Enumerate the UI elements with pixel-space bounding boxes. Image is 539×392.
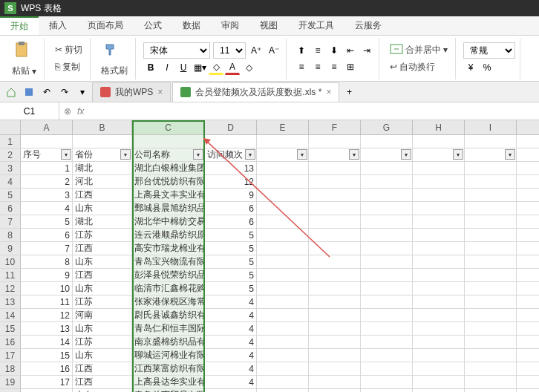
filter-dropdown-icon[interactable]: ▾ xyxy=(245,149,255,160)
cell[interactable] xyxy=(257,202,309,215)
cell[interactable]: 江苏 xyxy=(73,295,132,308)
cell[interactable] xyxy=(413,389,465,392)
cell[interactable] xyxy=(413,189,465,201)
cell[interactable] xyxy=(361,135,413,148)
cell[interactable] xyxy=(413,295,465,308)
cell[interactable] xyxy=(309,215,361,228)
cell[interactable] xyxy=(21,135,73,148)
cell[interactable] xyxy=(361,322,413,335)
cell[interactable] xyxy=(465,202,517,215)
align-top-icon[interactable]: ⬆ xyxy=(294,43,309,58)
row-header[interactable]: 18 xyxy=(0,362,21,375)
cell[interactable] xyxy=(465,229,517,241)
cell[interactable] xyxy=(465,389,517,392)
cell[interactable] xyxy=(361,349,413,362)
cell[interactable]: 张家港保税区海常 xyxy=(132,295,205,308)
cell[interactable] xyxy=(413,282,465,295)
fx-cancel-icon[interactable]: ⊗ xyxy=(64,106,71,117)
cell[interactable] xyxy=(257,309,309,321)
cell[interactable]: 6 xyxy=(205,202,257,215)
cell[interactable] xyxy=(413,309,465,321)
cell[interactable] xyxy=(465,376,517,388)
cell[interactable]: 鄄城县晨旭纺织品 xyxy=(132,202,205,215)
cell[interactable] xyxy=(257,362,309,375)
row-header[interactable]: 12 xyxy=(0,282,21,295)
cell[interactable] xyxy=(257,162,309,174)
cell[interactable]: 9 xyxy=(205,189,257,201)
format-painter-label[interactable]: 格式刷 xyxy=(98,63,131,79)
cell[interactable]: ▾ xyxy=(361,148,413,161)
cell[interactable]: 4 xyxy=(21,202,73,215)
cell[interactable]: 青岛仁和恒丰国际 xyxy=(132,322,205,335)
cell[interactable]: 江西 xyxy=(73,269,132,281)
cell[interactable]: 5 xyxy=(205,255,257,268)
cell[interactable]: 江西 xyxy=(73,362,132,375)
row-header[interactable]: 5 xyxy=(0,189,21,201)
cell[interactable] xyxy=(361,189,413,201)
cell[interactable] xyxy=(309,336,361,348)
redo-icon[interactable]: ↷ xyxy=(56,84,73,100)
cell[interactable] xyxy=(309,202,361,215)
row-header[interactable]: 13 xyxy=(0,295,21,308)
cell[interactable] xyxy=(465,189,517,201)
row-header[interactable]: 4 xyxy=(0,175,21,188)
cell[interactable] xyxy=(413,215,465,228)
cell[interactable] xyxy=(413,255,465,268)
cell[interactable] xyxy=(361,376,413,388)
cell[interactable]: 湖北华中棉纺交易 xyxy=(132,215,205,228)
filter-dropdown-icon[interactable]: ▾ xyxy=(453,149,463,160)
cell[interactable]: 江苏 xyxy=(73,229,132,241)
menu-视图[interactable]: 视图 xyxy=(249,16,288,35)
decrease-font-icon[interactable]: A⁻ xyxy=(267,43,281,58)
cell[interactable]: 山东 xyxy=(73,389,132,392)
cell[interactable]: 14 xyxy=(21,336,73,348)
cell[interactable] xyxy=(413,175,465,188)
cell[interactable]: 高安市瑞龙棉业有 xyxy=(132,242,205,255)
cell[interactable] xyxy=(465,295,517,308)
merge-split-icon[interactable]: ⊞ xyxy=(343,59,358,74)
home-icon[interactable] xyxy=(3,84,19,100)
cell[interactable]: 9 xyxy=(21,269,73,281)
cell[interactable]: 尉氏县诚鑫纺织有 xyxy=(132,309,205,321)
align-middle-icon[interactable]: ≡ xyxy=(310,43,325,58)
cell[interactable]: 临清市汇鑫棉花购 xyxy=(132,282,205,295)
fx-icon[interactable]: fx xyxy=(77,106,84,117)
cell[interactable]: 江西 xyxy=(73,242,132,255)
cell[interactable]: 彭泽县悦荣纺织品 xyxy=(132,269,205,281)
cell[interactable]: 6 xyxy=(21,229,73,241)
cell[interactable]: 邢台优悦纺织有限 xyxy=(132,175,205,188)
row-header[interactable]: 20 xyxy=(0,389,21,392)
tab-document[interactable]: 会员登陆频次及活跃度数据.xls * × xyxy=(172,82,339,102)
cell[interactable] xyxy=(309,309,361,321)
cell[interactable] xyxy=(465,175,517,188)
align-bottom-icon[interactable]: ⬇ xyxy=(327,43,342,58)
cell[interactable]: ▾ xyxy=(257,148,309,161)
row-header[interactable]: 16 xyxy=(0,336,21,348)
cell[interactable] xyxy=(257,349,309,362)
cell[interactable] xyxy=(309,229,361,241)
row-header[interactable]: 11 xyxy=(0,269,21,281)
cell[interactable]: 16 xyxy=(21,362,73,375)
clear-format-button[interactable]: ◇ xyxy=(241,60,256,75)
cell[interactable] xyxy=(361,389,413,392)
cell[interactable]: ▾ xyxy=(465,148,517,161)
cell[interactable] xyxy=(257,135,309,148)
col-header-F[interactable]: F xyxy=(309,120,361,134)
cell[interactable]: 4 xyxy=(205,389,257,392)
cell[interactable] xyxy=(361,362,413,375)
paste-button[interactable] xyxy=(9,38,39,62)
row-header[interactable]: 10 xyxy=(0,255,21,268)
menu-数据[interactable]: 数据 xyxy=(172,16,211,35)
cell[interactable]: 5 xyxy=(205,242,257,255)
cell[interactable]: 山东 xyxy=(73,255,132,268)
filter-dropdown-icon[interactable]: ▾ xyxy=(505,149,515,160)
cell[interactable] xyxy=(309,295,361,308)
font-name-select[interactable]: 宋体 xyxy=(143,42,210,59)
cell[interactable] xyxy=(413,269,465,281)
cell[interactable] xyxy=(309,389,361,392)
cell[interactable] xyxy=(309,162,361,174)
font-size-select[interactable]: 11 xyxy=(213,42,246,59)
cell[interactable] xyxy=(413,336,465,348)
border-button[interactable]: ▦▾ xyxy=(192,60,207,75)
cell[interactable]: 省份▾ xyxy=(73,148,132,161)
